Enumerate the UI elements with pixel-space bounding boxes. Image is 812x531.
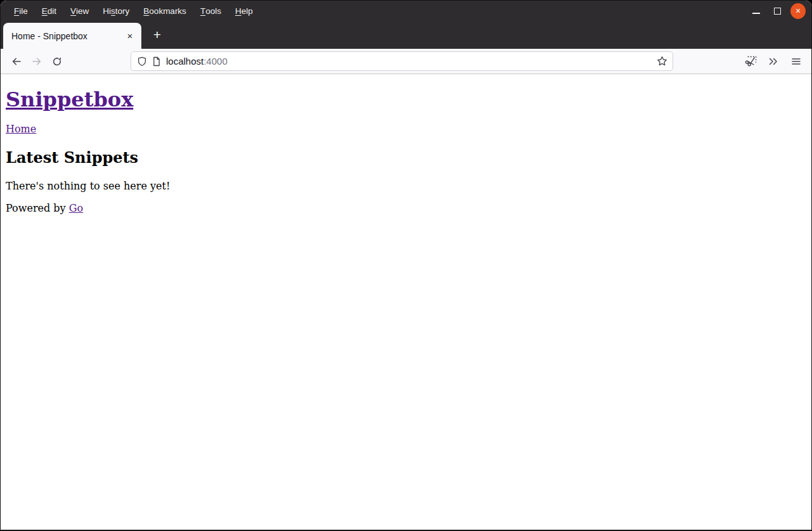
navigation-toolbar: localhost:4000 bbox=[1, 49, 811, 74]
empty-message: There's nothing to see here yet! bbox=[6, 180, 806, 192]
screenshot-button[interactable] bbox=[740, 51, 761, 72]
toolbar-right-icons bbox=[740, 51, 806, 72]
bookmark-star-button[interactable] bbox=[653, 53, 671, 70]
star-icon bbox=[657, 56, 667, 67]
forward-button[interactable] bbox=[27, 51, 47, 72]
minimize-button[interactable] bbox=[749, 3, 764, 18]
url-bar[interactable]: localhost:4000 bbox=[131, 51, 673, 71]
forward-arrow-icon bbox=[32, 56, 42, 67]
tab-close-button[interactable]: × bbox=[122, 29, 138, 44]
window-controls: × bbox=[749, 3, 811, 18]
menu-file[interactable]: File bbox=[7, 1, 35, 21]
footer-text: Powered by Go bbox=[6, 202, 806, 214]
tab-bar: Home - Snippetbox × + bbox=[1, 21, 811, 49]
app-menu-button[interactable] bbox=[786, 51, 806, 72]
close-window-button[interactable]: × bbox=[790, 3, 806, 18]
back-arrow-icon bbox=[11, 56, 22, 67]
site-nav: Home bbox=[6, 123, 806, 135]
minimize-icon bbox=[752, 13, 760, 14]
maximize-icon bbox=[774, 8, 781, 15]
screenshot-scissors-icon bbox=[745, 56, 757, 67]
home-link[interactable]: Home bbox=[6, 123, 36, 135]
tab-title: Home - Snippetbox bbox=[11, 31, 122, 41]
back-button[interactable] bbox=[6, 51, 27, 72]
tab-home-snippetbox[interactable]: Home - Snippetbox × bbox=[3, 23, 141, 49]
reload-button[interactable] bbox=[47, 51, 67, 72]
overflow-menu-button[interactable] bbox=[763, 51, 783, 72]
site-heading: Snippetbox bbox=[6, 87, 806, 112]
hamburger-icon bbox=[791, 56, 801, 67]
powered-by-label: Powered by bbox=[6, 202, 69, 214]
browser-window: File Edit View History Bookmarks Tools H… bbox=[0, 0, 812, 531]
url-host: localhost bbox=[166, 56, 203, 67]
page-info-icon[interactable] bbox=[151, 56, 162, 67]
menu-bar: File Edit View History Bookmarks Tools H… bbox=[1, 1, 811, 21]
page-content: Snippetbox Home Latest Snippets There's … bbox=[1, 74, 811, 530]
go-link[interactable]: Go bbox=[69, 202, 83, 214]
url-port: :4000 bbox=[203, 56, 228, 67]
menu-list: File Edit View History Bookmarks Tools H… bbox=[1, 1, 260, 21]
brand-link[interactable]: Snippetbox bbox=[6, 87, 133, 112]
menu-history[interactable]: History bbox=[96, 1, 136, 21]
shield-icon[interactable] bbox=[137, 56, 147, 67]
menu-edit[interactable]: Edit bbox=[35, 1, 63, 21]
double-chevron-icon bbox=[768, 56, 778, 67]
menu-bookmarks[interactable]: Bookmarks bbox=[136, 1, 193, 21]
menu-help[interactable]: Help bbox=[228, 1, 260, 21]
menu-view[interactable]: View bbox=[63, 1, 96, 21]
latest-snippets-heading: Latest Snippets bbox=[6, 148, 806, 167]
reload-icon bbox=[52, 56, 62, 67]
close-icon: × bbox=[790, 3, 806, 19]
maximize-button[interactable] bbox=[770, 3, 785, 18]
new-tab-button[interactable]: + bbox=[146, 24, 168, 46]
menu-tools[interactable]: Tools bbox=[193, 1, 228, 21]
url-text[interactable]: localhost:4000 bbox=[166, 56, 228, 67]
